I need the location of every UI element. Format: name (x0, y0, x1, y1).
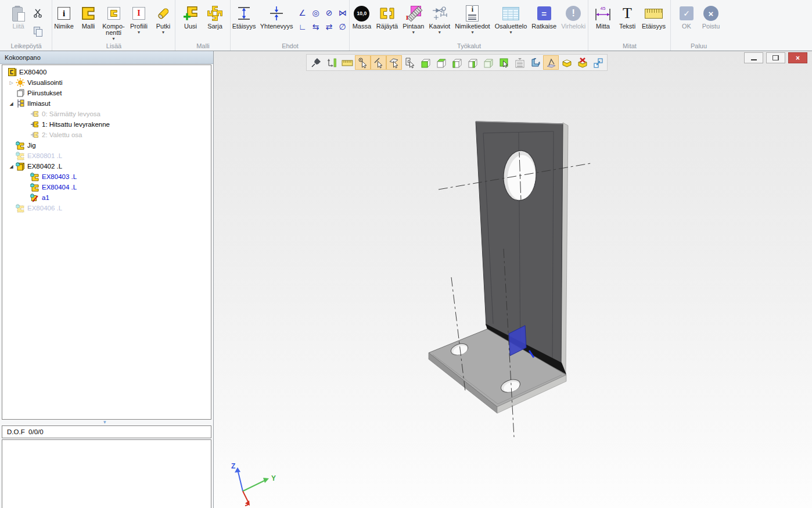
paste-icon (12, 3, 25, 23)
parallel-constraint-icon[interactable]: ⇆ (309, 20, 322, 34)
parts-list-button[interactable]: Osaluettelo ▾ (493, 3, 529, 35)
tree-item-ilmiasut[interactable]: ◢ Ilmiasut (2, 98, 211, 109)
representation-item-icon (30, 130, 39, 139)
symmetry-constraint-icon[interactable]: ⋈ (336, 6, 349, 20)
expander-collapsed-icon[interactable]: ▷ (8, 80, 15, 85)
expander-expanded-icon[interactable]: ◢ (8, 101, 15, 106)
uusi-button[interactable]: Uusi (179, 3, 202, 30)
parts-list-icon (502, 7, 519, 20)
tree-item-representation-0[interactable]: 0: Särmätty levyosa (2, 109, 211, 119)
sarja-button[interactable]: Sarja (203, 3, 227, 30)
sketch-plane[interactable] (543, 55, 559, 70)
opposed-constraint-icon[interactable]: ⇄ (322, 20, 336, 34)
tree-item-a1[interactable]: a1 (2, 192, 211, 203)
schematics-icon (432, 6, 448, 21)
close-button[interactable]: × (788, 52, 807, 63)
subassembly-locked-icon (15, 162, 25, 171)
tree-item-ex80404[interactable]: EX80404 .L (2, 182, 211, 192)
tree-item-representation-2[interactable]: 2: Valettu osa (2, 130, 211, 140)
tree-item-ex80801[interactable]: EX80801 .L (2, 151, 211, 161)
concentric-constraint-icon[interactable]: ◎ (309, 6, 322, 20)
assembly-tree[interactable]: EX80400 ▷ Visualisointi Piirustukset ◢ I… (2, 65, 211, 420)
schematics-button[interactable]: Kaaviot ▾ (427, 3, 452, 35)
tree-item-visualisointi[interactable]: ▷ Visualisointi (2, 77, 211, 88)
visualization-icon (15, 78, 25, 87)
cut-button[interactable] (31, 6, 45, 20)
select-point-filter[interactable] (355, 55, 371, 70)
part-ghost-icon (15, 203, 25, 213)
angle-constraint-icon[interactable]: ∠ (296, 6, 309, 20)
model-3d-scene[interactable]: Z Y (214, 51, 812, 508)
model-viewport[interactable]: Z Y (214, 51, 812, 508)
dropdown-arrow-icon: ▾ (471, 30, 473, 35)
item-data-button[interactable]: i Nimiketiedot ▾ (453, 3, 492, 35)
assembly-icon (7, 67, 17, 77)
pin-tool[interactable] (308, 55, 324, 70)
component-tray[interactable] (559, 55, 574, 70)
explode-button[interactable]: Räjäytä (375, 3, 400, 30)
error-log-button[interactable]: ! Virheloki (559, 3, 587, 30)
massa-button[interactable]: 10,0 Massa (350, 3, 373, 30)
expander-expanded-icon[interactable]: ◢ (8, 164, 15, 169)
measure-to-edge-tool[interactable] (324, 55, 339, 70)
cut-icon (33, 8, 43, 18)
dimension-button[interactable]: 45 Mitta (591, 3, 615, 30)
view-right[interactable] (465, 55, 480, 70)
item-data-icon: i (466, 5, 479, 22)
paste-button[interactable]: Liitä (7, 3, 30, 30)
tree-item-representation-1[interactable]: 1: Hitsattu levyrakenne (2, 119, 211, 130)
antitangent-constraint-icon[interactable]: ∅ (336, 20, 349, 34)
text-button[interactable]: T Teksti (616, 3, 639, 30)
minimize-button[interactable] (744, 52, 763, 63)
restore-button[interactable] (766, 52, 785, 63)
tangent-constraint-icon[interactable]: ⊘ (322, 6, 336, 20)
to-surface-button[interactable]: I Pintaan ▾ (401, 3, 426, 35)
copy-button[interactable] (31, 24, 45, 38)
tree-item-ex80403[interactable]: EX80403 .L (2, 171, 211, 182)
view-left[interactable] (449, 55, 465, 70)
select-body-filter[interactable] (496, 55, 512, 70)
group-label-dimensions: Mitat (588, 42, 671, 49)
dimension-icon: 45 (594, 5, 612, 22)
ok-button[interactable]: ✓ OK (675, 3, 698, 30)
distance-ruler-button[interactable]: Etäisyys (640, 3, 667, 30)
model-view[interactable] (527, 55, 543, 70)
ruler-tool[interactable] (339, 55, 355, 70)
komponentti-button[interactable]: Kompo- nentti ▾ (101, 3, 126, 41)
select-component-filter[interactable] (402, 55, 418, 70)
nimike-button[interactable]: i Nimike (52, 3, 76, 30)
tree-item-jig[interactable]: Jig (2, 140, 211, 151)
putki-button[interactable]: Putki ▾ (152, 3, 175, 35)
component-tray-delete[interactable] (574, 55, 590, 70)
malli-button[interactable]: Malli (77, 3, 100, 30)
view-top[interactable] (433, 55, 449, 70)
axis-triad: Z Y (231, 462, 276, 506)
view-front[interactable] (418, 55, 433, 70)
restore-icon (773, 55, 779, 60)
selection-list[interactable] (512, 55, 527, 70)
detach-window[interactable] (590, 55, 606, 70)
tree-item-ex80406[interactable]: EX80406 .L (2, 203, 211, 213)
view-iso[interactable] (480, 55, 496, 70)
text-icon: T (623, 6, 632, 21)
dropdown-arrow-icon: ▾ (510, 30, 512, 35)
tree-item-ex80402[interactable]: ◢ EX80402 .L (2, 161, 211, 171)
group-label-clipboard: Leikepöytä (0, 42, 52, 49)
group-label-add: Lisää (52, 42, 175, 49)
coincidence-constraint-button[interactable]: Yhtenevyys (258, 3, 294, 30)
sarja-icon (207, 6, 222, 21)
to-surface-icon: I (406, 6, 421, 21)
tree-item-ex80400[interactable]: EX80400 (2, 67, 211, 77)
solve-button[interactable]: = Ratkaise (530, 3, 558, 30)
tree-item-piirustukset[interactable]: Piirustukset (2, 88, 211, 98)
dof-status: D.O.F 0/0/0 (2, 425, 211, 438)
profiili-button[interactable]: I Profiili ▾ (127, 3, 150, 35)
group-label-tools: Työkalut (350, 42, 588, 49)
perpendicular-constraint-icon[interactable]: ∟ (296, 20, 309, 34)
distance-constraint-button[interactable]: Etäisyys (231, 3, 257, 30)
distance-ruler-icon (645, 9, 663, 19)
exit-button[interactable]: × Poistu (699, 3, 723, 30)
select-edge-filter[interactable] (371, 55, 386, 70)
select-face-filter[interactable] (386, 55, 402, 70)
dropdown-arrow-icon: ▾ (112, 36, 114, 41)
